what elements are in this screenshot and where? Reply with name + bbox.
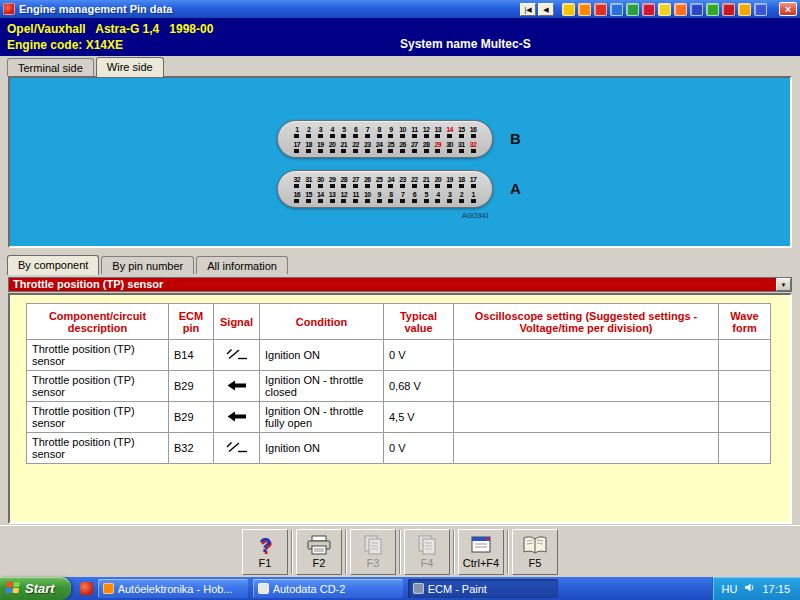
fn-label: F5	[529, 557, 542, 569]
pin-number: 16	[470, 126, 477, 133]
pin-B7: 7	[362, 126, 374, 138]
launcher-icon-1[interactable]	[562, 3, 575, 16]
cell-wave_form	[719, 402, 771, 433]
separator	[453, 530, 455, 574]
launcher-icon-11[interactable]	[722, 3, 735, 16]
cell-typical_value: 4,5 V	[384, 402, 454, 433]
help-icon: ?	[259, 534, 271, 556]
cell-oscilloscope	[454, 340, 719, 371]
pin-terminal	[471, 134, 476, 138]
system-name: System name Multec-S	[400, 37, 531, 51]
tab-all-information[interactable]: All information	[196, 256, 288, 274]
dropdown-button[interactable]: ▼	[776, 278, 791, 291]
cell-condition: Ignition ON	[260, 340, 384, 371]
pin-number: 29	[329, 176, 336, 183]
pin-terminal	[435, 184, 440, 188]
pin-number: 2	[307, 126, 310, 133]
launcher-icon-7[interactable]	[658, 3, 671, 16]
system-tray: HU 17:15	[712, 577, 800, 600]
separator	[345, 530, 347, 574]
launcher-icon-9[interactable]	[690, 3, 703, 16]
pin-B6: 6	[350, 126, 362, 138]
taskbar-button-autodata-cd-2[interactable]: Autodata CD-2	[253, 579, 403, 598]
pin-A21: 21	[420, 176, 432, 188]
clock: 17:15	[762, 583, 790, 595]
pin-number: 16	[293, 191, 300, 198]
pin-terminal	[306, 149, 311, 153]
pin-number: 32	[470, 141, 477, 148]
language-indicator[interactable]: HU	[722, 583, 738, 595]
pin-B9: 9	[385, 126, 397, 138]
close-button[interactable]: ×	[779, 2, 797, 16]
taskbar-button-ecm-paint[interactable]: ECM - Paint	[408, 579, 558, 598]
pin-number: 27	[352, 176, 359, 183]
pin-number: 12	[423, 126, 430, 133]
app-window-icon	[103, 583, 114, 594]
pin-B21: 21	[338, 141, 350, 153]
pin-terminal	[294, 199, 299, 203]
tab-terminal-side[interactable]: Terminal side	[7, 58, 94, 76]
pin-A1: 1	[467, 191, 479, 203]
fn-button-ctrl-f4[interactable]: Ctrl+F4	[458, 529, 504, 575]
pin-number: 13	[329, 191, 336, 198]
pin-terminal	[471, 199, 476, 203]
quick-launch-icon[interactable]	[80, 582, 93, 595]
pin-number: 6	[413, 191, 416, 198]
titlebar-icons	[562, 3, 767, 16]
start-button[interactable]: Start	[0, 577, 71, 600]
pin-terminal	[365, 199, 370, 203]
launcher-icon-4[interactable]	[610, 3, 623, 16]
pin-A18: 18	[456, 176, 468, 188]
pin-terminal	[294, 184, 299, 188]
pin-number: 22	[411, 176, 418, 183]
volume-icon[interactable]	[744, 582, 755, 595]
column-header-2: ECM pin	[169, 304, 214, 340]
task-label: Autóelektronika - Hob...	[118, 583, 233, 595]
pin-terminal	[459, 134, 464, 138]
table-row: Throttle position (TP) sensorB32Ignition…	[27, 433, 771, 464]
launcher-icon-5[interactable]	[626, 3, 639, 16]
pin-A13: 13	[326, 191, 338, 203]
nav-button-1[interactable]: |◀	[520, 3, 536, 16]
tab-by-pin-number[interactable]: By pin number	[101, 256, 194, 274]
connector-a-label: A	[510, 180, 521, 197]
cell-oscilloscope	[454, 371, 719, 402]
pin-terminal	[377, 184, 382, 188]
launcher-icon-6[interactable]	[642, 3, 655, 16]
taskbar-button-aut-elektronika-hob[interactable]: Autóelektronika - Hob...	[98, 579, 248, 598]
pin-terminal	[365, 149, 370, 153]
pin-number: 7	[401, 191, 404, 198]
pin-terminal	[306, 184, 311, 188]
pin-terminal	[459, 199, 464, 203]
fn-button-f1[interactable]: ?F1	[242, 529, 288, 575]
cell-oscilloscope	[454, 402, 719, 433]
pin-B20: 20	[326, 141, 338, 153]
pin-terminal	[471, 184, 476, 188]
launcher-icon-8[interactable]	[674, 3, 687, 16]
nav-button-2[interactable]: ◀	[538, 3, 554, 16]
tab-by-component[interactable]: By component	[7, 255, 99, 275]
pin-terminal	[353, 134, 358, 138]
pin-A32: 32	[291, 176, 303, 188]
launcher-icon-12[interactable]	[738, 3, 751, 16]
pin-B25: 25	[385, 141, 397, 153]
pin-number: 17	[470, 176, 477, 183]
table-row: Throttle position (TP) sensorB29Ignition…	[27, 371, 771, 402]
tab-wire-side[interactable]: Wire side	[96, 57, 164, 77]
fn-button-f5[interactable]: F5	[512, 529, 558, 575]
pin-terminal	[424, 199, 429, 203]
component-selector[interactable]: Throttle position (TP) sensor ▼	[8, 277, 792, 292]
pin-A2: 2	[456, 191, 468, 203]
launcher-icon-13[interactable]	[754, 3, 767, 16]
pin-B13: 13	[432, 126, 444, 138]
cell-condition: Ignition ON	[260, 433, 384, 464]
launcher-icon-3[interactable]	[594, 3, 607, 16]
pin-number: 14	[317, 191, 324, 198]
pin-number: 26	[399, 141, 406, 148]
launcher-icon-10[interactable]	[706, 3, 719, 16]
fn-button-f2[interactable]: F2	[296, 529, 342, 575]
pin-terminal	[341, 149, 346, 153]
launcher-icon-2[interactable]	[578, 3, 591, 16]
pin-number: 30	[446, 141, 453, 148]
pin-A9: 9	[373, 191, 385, 203]
